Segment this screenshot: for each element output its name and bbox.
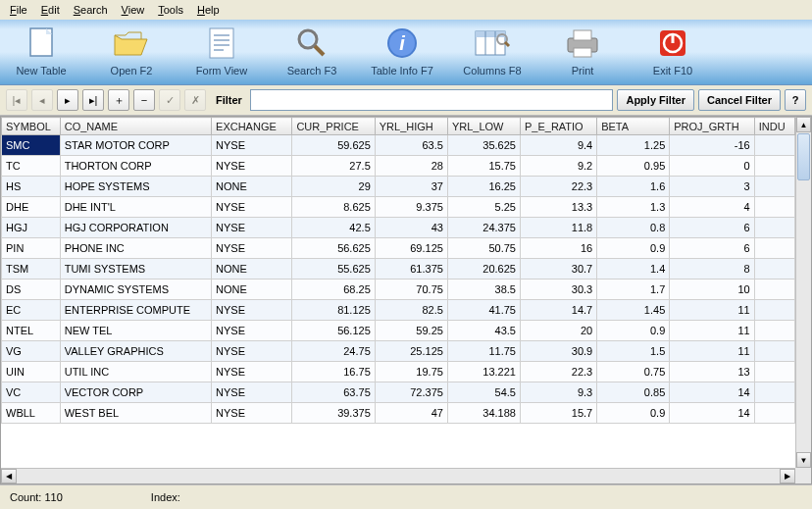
cell-yrl_low[interactable]: 24.375 bbox=[447, 218, 520, 238]
scroll-up-icon[interactable]: ▲ bbox=[796, 117, 811, 132]
cell-proj_grth[interactable]: 3 bbox=[670, 177, 754, 197]
cell-beta[interactable]: 1.5 bbox=[597, 341, 670, 362]
cell-yrl_low[interactable]: 41.75 bbox=[447, 300, 520, 321]
menu-help[interactable]: Help bbox=[191, 2, 226, 18]
table-row[interactable]: DHEDHE INT'LNYSE8.6259.3755.2513.31.34 bbox=[2, 197, 795, 218]
cell-co_name[interactable]: THORTON CORP bbox=[60, 156, 211, 177]
cell-proj_grth[interactable]: 6 bbox=[670, 238, 754, 259]
cell-yrl_high[interactable]: 37 bbox=[375, 177, 447, 197]
cell-exchange[interactable]: NYSE bbox=[212, 362, 292, 382]
cell-beta[interactable]: 0.9 bbox=[597, 321, 670, 341]
column-header-yrl_low[interactable]: YRL_LOW bbox=[447, 118, 520, 135]
table-row[interactable]: PINPHONE INCNYSE56.62569.12550.75160.96 bbox=[2, 238, 795, 259]
cell-beta[interactable]: 0.9 bbox=[597, 403, 670, 424]
cell-symbol[interactable]: EC bbox=[2, 300, 61, 321]
cell-symbol[interactable]: NTEL bbox=[2, 321, 61, 341]
cell-beta[interactable]: 0.85 bbox=[597, 382, 670, 403]
column-header-symbol[interactable]: SYMBOL bbox=[2, 118, 61, 135]
cell-yrl_low[interactable]: 15.75 bbox=[447, 156, 520, 177]
cell-p_e_ratio[interactable]: 22.3 bbox=[520, 362, 596, 382]
nav-add-button[interactable]: ＋ bbox=[108, 89, 129, 111]
cell-co_name[interactable]: VALLEY GRAPHICS bbox=[60, 341, 211, 362]
cell-exchange[interactable]: NYSE bbox=[212, 156, 292, 177]
nav-delete-button[interactable]: − bbox=[133, 89, 155, 111]
cell-p_e_ratio[interactable]: 30.3 bbox=[520, 280, 596, 300]
cell-beta[interactable]: 1.4 bbox=[597, 259, 670, 280]
cell-yrl_low[interactable]: 5.25 bbox=[447, 197, 520, 218]
cell-p_e_ratio[interactable]: 11.8 bbox=[520, 218, 596, 238]
cell-proj_grth[interactable]: 11 bbox=[670, 341, 754, 362]
cell-proj_grth[interactable]: 8 bbox=[670, 259, 754, 280]
cell-cur_price[interactable]: 39.375 bbox=[292, 403, 375, 424]
toolbar-columns-button[interactable]: Columns F8 bbox=[457, 24, 528, 76]
cell-cur_price[interactable]: 68.25 bbox=[292, 280, 375, 300]
table-row[interactable]: VGVALLEY GRAPHICSNYSE24.7525.12511.7530.… bbox=[2, 341, 795, 362]
cell-yrl_low[interactable]: 34.188 bbox=[447, 403, 520, 424]
cell-proj_grth[interactable]: 13 bbox=[670, 362, 754, 382]
menu-edit[interactable]: Edit bbox=[35, 2, 66, 18]
cell-p_e_ratio[interactable]: 9.3 bbox=[520, 382, 596, 403]
table-row[interactable]: HGJHGJ CORPORATIONNYSE42.54324.37511.80.… bbox=[2, 218, 795, 238]
cell-beta[interactable]: 0.8 bbox=[597, 218, 670, 238]
cell-yrl_low[interactable]: 11.75 bbox=[447, 341, 520, 362]
column-header-p_e_ratio[interactable]: P_E_RATIO bbox=[520, 118, 596, 135]
toolbar-info-button[interactable]: iTable Info F7 bbox=[367, 24, 437, 76]
cell-yrl_high[interactable]: 47 bbox=[375, 403, 447, 424]
horizontal-scrollbar[interactable]: ◀ ▶ bbox=[1, 468, 795, 484]
column-header-proj_grth[interactable]: PROJ_GRTH bbox=[670, 118, 754, 135]
cell-indu[interactable] bbox=[754, 156, 794, 177]
cell-co_name[interactable]: DHE INT'L bbox=[60, 197, 211, 218]
table-row[interactable]: TSMTUMI SYSTEMSNONE55.62561.37520.62530.… bbox=[2, 259, 795, 280]
cell-symbol[interactable]: PIN bbox=[2, 238, 61, 259]
toolbar-search-button[interactable]: Search F3 bbox=[277, 24, 347, 76]
cell-beta[interactable]: 0.9 bbox=[597, 238, 670, 259]
cell-proj_grth[interactable]: 6 bbox=[670, 218, 754, 238]
nav-next-button[interactable]: ▸ bbox=[57, 89, 78, 111]
cell-p_e_ratio[interactable]: 15.7 bbox=[520, 403, 596, 424]
cell-co_name[interactable]: DYNAMIC SYSTEMS bbox=[60, 280, 211, 300]
cell-exchange[interactable]: NYSE bbox=[212, 403, 292, 424]
cell-p_e_ratio[interactable]: 22.3 bbox=[520, 177, 596, 197]
nav-prev-button[interactable]: ◂ bbox=[31, 89, 53, 111]
column-header-cur_price[interactable]: CUR_PRICE bbox=[292, 118, 375, 135]
menu-search[interactable]: Search bbox=[68, 2, 114, 18]
column-header-beta[interactable]: BETA bbox=[597, 118, 670, 135]
cell-symbol[interactable]: VC bbox=[2, 382, 61, 403]
cell-exchange[interactable]: NYSE bbox=[212, 197, 292, 218]
cell-co_name[interactable]: NEW TEL bbox=[60, 321, 211, 341]
cell-yrl_high[interactable]: 19.75 bbox=[375, 362, 447, 382]
cell-beta[interactable]: 1.3 bbox=[597, 197, 670, 218]
cell-exchange[interactable]: NYSE bbox=[212, 300, 292, 321]
cell-yrl_high[interactable]: 72.375 bbox=[375, 382, 447, 403]
cell-exchange[interactable]: NONE bbox=[212, 259, 292, 280]
cell-cur_price[interactable]: 42.5 bbox=[292, 218, 375, 238]
cell-cur_price[interactable]: 81.125 bbox=[292, 300, 375, 321]
cell-yrl_high[interactable]: 82.5 bbox=[375, 300, 447, 321]
toolbar-print-button[interactable]: Print bbox=[547, 24, 618, 76]
cell-indu[interactable] bbox=[754, 362, 794, 382]
cell-exchange[interactable]: NYSE bbox=[212, 382, 292, 403]
scroll-right-icon[interactable]: ▶ bbox=[780, 469, 795, 484]
cell-co_name[interactable]: TUMI SYSTEMS bbox=[60, 259, 211, 280]
cell-p_e_ratio[interactable]: 16 bbox=[520, 238, 596, 259]
cell-exchange[interactable]: NYSE bbox=[212, 238, 292, 259]
cell-exchange[interactable]: NYSE bbox=[212, 321, 292, 341]
cell-yrl_low[interactable]: 43.5 bbox=[447, 321, 520, 341]
cell-p_e_ratio[interactable]: 20 bbox=[520, 321, 596, 341]
cell-proj_grth[interactable]: 10 bbox=[670, 280, 754, 300]
cell-cur_price[interactable]: 27.5 bbox=[292, 156, 375, 177]
cell-yrl_high[interactable]: 63.5 bbox=[375, 135, 447, 156]
menu-file[interactable]: File bbox=[4, 2, 33, 18]
cell-yrl_low[interactable]: 16.25 bbox=[447, 177, 520, 197]
cell-indu[interactable] bbox=[754, 218, 794, 238]
cell-yrl_low[interactable]: 50.75 bbox=[447, 238, 520, 259]
column-header-indu[interactable]: INDU bbox=[754, 118, 794, 135]
cell-indu[interactable] bbox=[754, 259, 794, 280]
cell-co_name[interactable]: WEST BEL bbox=[60, 403, 211, 424]
scroll-thumb[interactable] bbox=[797, 133, 810, 180]
cell-co_name[interactable]: ENTERPRISE COMPUTE bbox=[60, 300, 211, 321]
nav-first-button[interactable]: |◂ bbox=[6, 89, 27, 111]
toolbar-open-button[interactable]: Open F2 bbox=[96, 24, 167, 76]
cell-yrl_low[interactable]: 38.5 bbox=[447, 280, 520, 300]
menu-tools[interactable]: Tools bbox=[152, 2, 189, 18]
